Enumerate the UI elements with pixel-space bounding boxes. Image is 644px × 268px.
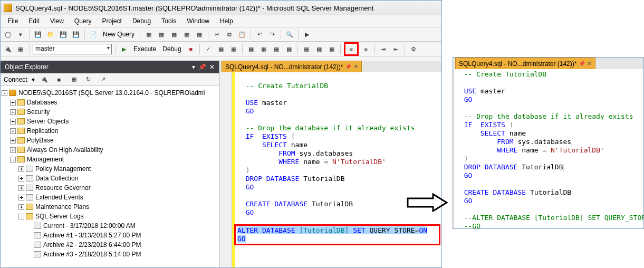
code-content[interactable]: -- Create TutorialDB USE master GO -- Dr… (454, 69, 643, 228)
expand-icon[interactable]: + (18, 166, 24, 172)
panel-pin-icon[interactable]: 📌 (198, 63, 206, 71)
tree-item[interactable]: Server Objects (27, 118, 69, 125)
pin-icon[interactable]: 📌 (579, 61, 585, 66)
menu-edit[interactable]: Edit (24, 16, 44, 26)
disconnect-btn[interactable]: 🔌 (39, 74, 50, 85)
back-btn[interactable]: ◯ (3, 29, 13, 40)
newquery-icon[interactable]: 📄 (88, 29, 99, 40)
object-explorer-tree[interactable]: -NODE5\SQL2016ST (SQL Server 13.0.2164.0… (1, 86, 219, 267)
collapse-icon[interactable]: - (2, 90, 7, 96)
expand-icon[interactable]: + (10, 147, 16, 153)
collapse-icon[interactable]: - (10, 157, 16, 162)
uncomment-btn[interactable]: ≡ (361, 44, 371, 54)
expand-icon[interactable]: + (18, 185, 24, 191)
tree-item-management[interactable]: Management (27, 156, 64, 163)
search-btn[interactable]: ↗ (98, 74, 109, 85)
comment-selection-btn[interactable]: ≡ (344, 42, 359, 56)
outdent-btn[interactable]: ⇤ (391, 44, 401, 54)
newquery-btn[interactable]: New Query (101, 31, 137, 38)
menu-view[interactable]: View (46, 16, 68, 26)
expand-icon[interactable]: + (18, 176, 24, 181)
close-icon[interactable]: ✕ (353, 63, 358, 70)
paste-btn[interactable]: 📋 (237, 29, 247, 40)
connect-dd-icon[interactable]: ▾ (32, 76, 35, 83)
menu-help[interactable]: Help (216, 16, 237, 26)
menu-project[interactable]: Project (98, 16, 126, 26)
tree-item[interactable]: Archive #1 - 3/13/2018 5:27:00 PM (43, 232, 141, 239)
specify-values-btn[interactable]: ⚙ (408, 44, 419, 54)
open-btn[interactable]: 📁 (45, 29, 56, 40)
tree-item[interactable]: Always On High Availability (27, 146, 103, 154)
database-combo[interactable]: master (33, 44, 112, 54)
clientstats-btn[interactable]: ▦ (284, 44, 294, 54)
play-icon[interactable]: ▶ (302, 29, 312, 40)
stop-btn[interactable]: ■ (186, 44, 196, 54)
code-content[interactable]: -- Create TutorialDB USE master GO -- Dr… (235, 72, 441, 267)
tree-item-logs[interactable]: SQL Server Logs (35, 213, 84, 220)
undo-btn[interactable]: ↶ (254, 29, 265, 40)
tree-item[interactable]: Maintenance Plans (35, 203, 89, 210)
panel-dropdown-icon[interactable]: ▾ (192, 63, 195, 71)
db-btn1[interactable]: ▦ (143, 29, 154, 40)
parse-btn[interactable]: ✓ (203, 44, 214, 54)
fwd-btn[interactable]: ▾ (15, 29, 26, 40)
save-btn[interactable]: 💾 (33, 29, 43, 40)
intell-btn[interactable]: ▦ (246, 44, 256, 54)
menu-query[interactable]: Query (70, 16, 96, 26)
tree-item[interactable]: Archive #2 - 2/23/2018 6:44:00 PM (43, 241, 141, 248)
filter-btn[interactable]: ▦ (69, 74, 79, 85)
db-btn4[interactable]: ▦ (181, 29, 192, 40)
tree-item[interactable]: Data Collection (35, 175, 78, 182)
pin-icon[interactable]: 📌 (345, 64, 351, 70)
find-btn[interactable]: 🔍 (284, 29, 295, 40)
tree-item[interactable]: Databases (27, 99, 57, 106)
indent-btn[interactable]: ⇥ (378, 44, 389, 54)
expand-icon[interactable]: + (10, 109, 16, 115)
execute-icon[interactable]: ▶ (119, 44, 129, 54)
redo-btn[interactable]: ↷ (267, 29, 277, 40)
expand-icon[interactable]: + (18, 204, 24, 210)
expand-icon[interactable]: + (18, 195, 24, 200)
menu-debug[interactable]: Debug (128, 16, 155, 26)
expand-icon[interactable]: + (10, 100, 16, 106)
resultgrid-btn[interactable]: ▦ (301, 44, 312, 54)
stop-conn-btn[interactable]: ■ (54, 74, 64, 85)
qopt-btn[interactable]: ▦ (228, 44, 239, 54)
livestats-btn[interactable]: ▦ (271, 44, 282, 54)
saveall2-btn[interactable]: 💾 (71, 29, 81, 40)
debug-btn[interactable]: Debug (160, 45, 183, 53)
estplan-btn[interactable]: ▦ (216, 44, 226, 54)
execute-btn[interactable]: Execute (131, 45, 158, 53)
actplan-btn[interactable]: ▦ (258, 44, 269, 54)
tree-item[interactable]: Resource Governor (35, 184, 91, 192)
panel-close-icon[interactable]: ✕ (209, 63, 215, 71)
menu-file[interactable]: File (4, 16, 22, 26)
tree-item[interactable]: Extended Events (35, 194, 83, 201)
db-btn2[interactable]: ▦ (156, 29, 167, 40)
tree-item[interactable]: Policy Management (35, 165, 91, 173)
tree-item[interactable]: Current - 3/17/2018 12:00:00 AM (43, 222, 136, 229)
code-editor[interactable]: -- Create TutorialDB USE master GO -- Dr… (219, 72, 441, 267)
refresh-btn[interactable]: ↻ (83, 74, 94, 85)
resultfile-btn[interactable]: ▦ (326, 44, 337, 54)
collapse-icon[interactable]: - (18, 214, 24, 219)
editor-tab[interactable]: SQLQuery4.sql - NO...dministrator (142))… (222, 61, 362, 72)
code-editor[interactable]: -- Create TutorialDB USE master GO -- Dr… (453, 69, 643, 228)
resulttxt-btn[interactable]: ▦ (314, 44, 324, 54)
copy-btn[interactable]: ⧉ (224, 29, 235, 40)
tree-item[interactable]: Archive #3 - 2/18/2018 5:14:00 PM (43, 251, 141, 258)
change-conn-btn[interactable]: 🔌 (3, 44, 13, 54)
editor-tab[interactable]: SQLQuery4.sql - NO...dministrator (142))… (455, 58, 595, 69)
saveall-btn[interactable]: 💾 (58, 29, 69, 40)
close-icon[interactable]: ✕ (587, 60, 592, 67)
cut-btn[interactable]: ✂ (212, 29, 222, 40)
tree-item[interactable]: Security (27, 108, 50, 116)
connect-btn[interactable]: Connect (4, 76, 27, 83)
db-btn3[interactable]: ▦ (169, 29, 179, 40)
avail-db-btn[interactable]: ▦ (15, 44, 26, 54)
tree-item[interactable]: Replication (27, 127, 58, 135)
db-btn5[interactable]: ▦ (194, 29, 205, 40)
server-node[interactable]: NODE5\SQL2016ST (SQL Server 13.0.2164.0 … (18, 89, 205, 97)
menu-window[interactable]: Window (182, 16, 214, 26)
expand-icon[interactable]: + (10, 138, 16, 143)
